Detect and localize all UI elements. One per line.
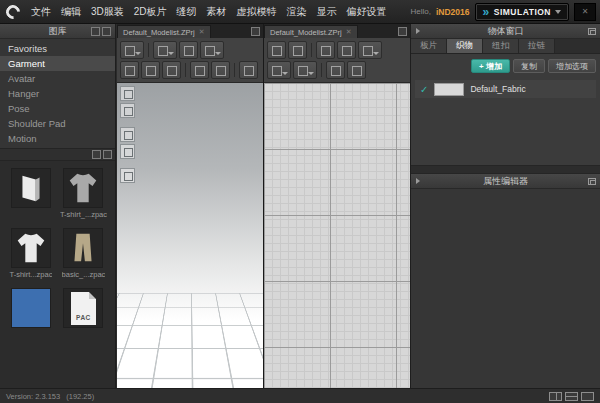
viewport-toggle-button[interactable] (120, 127, 135, 142)
toolbar-button[interactable] (239, 61, 258, 79)
sidebar-item-motion[interactable]: Motion (0, 131, 115, 146)
viewport-2d-canvas[interactable] (264, 83, 410, 388)
property-editor-body (411, 189, 600, 388)
list-item[interactable] (8, 288, 54, 339)
simulation-button[interactable]: » SIMULATION (475, 3, 569, 21)
sidebar-item-favorites[interactable]: Favorites (0, 41, 115, 56)
tab-pattern[interactable]: 板片 (411, 39, 447, 53)
pac-file-icon: PAC (63, 288, 103, 328)
tab-project-3d[interactable]: Default_Modelist.ZPrj ✕ (117, 25, 211, 38)
tab-button[interactable]: 纽扣 (483, 39, 519, 53)
ground-grid (117, 293, 263, 388)
list-item[interactable]: T-shirt...zpac (8, 228, 54, 279)
toolbar-button[interactable] (141, 61, 160, 79)
layout-stack-icon[interactable] (565, 392, 578, 401)
collapse-arrow-icon (416, 178, 420, 184)
toolbar-button[interactable] (162, 61, 181, 79)
list-view-icon[interactable] (103, 150, 112, 159)
viewport-toggle-button[interactable] (120, 86, 135, 101)
menu-2d-pattern[interactable]: 2D板片 (129, 0, 172, 24)
thumbnail-label: T-shirt...zpac (9, 270, 52, 279)
pac-file-badge: PAC (76, 314, 91, 321)
library-edit-icon[interactable] (91, 27, 100, 36)
popout-icon[interactable] (251, 27, 260, 36)
list-item[interactable] (8, 168, 54, 219)
tab-label: Default_Modelist.ZPrj (123, 28, 195, 37)
copy-fabric-button[interactable]: 复制 (513, 59, 545, 73)
viewport-toggle-button[interactable] (120, 144, 135, 159)
menu-render[interactable]: 渲染 (282, 0, 312, 24)
tab-fabric[interactable]: 织物 (447, 39, 483, 53)
close-icon[interactable]: ✕ (199, 28, 205, 36)
table-row[interactable]: ✓ Default_Fabric (415, 80, 596, 98)
toolbar-button[interactable] (120, 41, 144, 59)
menu-file[interactable]: 文件 (26, 0, 56, 24)
library-thumbnail-grid: T-shirt_...zpac T-shirt...zpac basic_...… (0, 161, 115, 388)
toolbar-button[interactable] (358, 41, 382, 59)
library-panel: 图库 Favorites Garment Avatar Hanger Pose … (0, 24, 116, 388)
menu-material[interactable]: 素材 (202, 0, 232, 24)
viewport-3d-toolbar (117, 38, 263, 83)
toolbar-button[interactable] (200, 41, 224, 59)
menu-sewing[interactable]: 缝纫 (172, 0, 202, 24)
toolbar-button[interactable] (153, 41, 177, 59)
toolbar-button[interactable] (326, 61, 345, 79)
toolbar-button[interactable] (120, 61, 139, 79)
close-icon[interactable]: ✕ (346, 28, 352, 36)
status-bar: Version: 2.3.153 (192.25) (0, 388, 600, 403)
viewport-toggle-button[interactable] (120, 103, 135, 118)
property-editor-header[interactable]: 属性编辑器 (411, 174, 600, 189)
fabric-swatch-thumbnail (11, 288, 51, 328)
app-logo-icon (3, 2, 23, 22)
popout-icon[interactable] (588, 28, 596, 35)
layout-split-icon[interactable] (549, 392, 562, 401)
menu-avatar[interactable]: 虚拟模特 (232, 0, 282, 24)
toolbar-button[interactable] (337, 41, 356, 59)
object-window-header[interactable]: 物体窗口 (411, 24, 600, 39)
sidebar-item-shoulder-pad[interactable]: Shoulder Pad (0, 116, 115, 131)
menu-3d-garment[interactable]: 3D服装 (86, 0, 129, 24)
toolbar-button[interactable] (293, 61, 317, 79)
sidebar-item-pose[interactable]: Pose (0, 101, 115, 116)
viewport-2d-panel: Default_Modelist.ZPrj ✕ (264, 24, 410, 388)
menu-preferences[interactable]: 偏好设置 (342, 0, 392, 24)
add-fabric-button[interactable]: + 增加 (471, 59, 510, 73)
grid-view-icon[interactable] (92, 150, 101, 159)
toolbar-button[interactable] (179, 41, 198, 59)
list-item[interactable]: basic_...zpac (60, 228, 107, 279)
list-item[interactable]: T-shirt_...zpac (60, 168, 107, 219)
title-bar: 文件 编辑 3D服装 2D板片 缝纫 素材 虚拟模特 渲染 显示 偏好设置 He… (0, 0, 600, 24)
toolbar-button[interactable] (267, 61, 291, 79)
sidebar-item-avatar[interactable]: Avatar (0, 71, 115, 86)
tab-project-2d[interactable]: Default_Modelist.ZPrj ✕ (264, 25, 358, 38)
viewport-toggle-button[interactable] (120, 168, 135, 183)
tab-zipper[interactable]: 拉链 (519, 39, 555, 53)
layout-toggle-group (549, 392, 594, 401)
menu-display[interactable]: 显示 (312, 0, 342, 24)
sidebar-item-garment[interactable]: Garment (0, 56, 115, 71)
library-search-icon[interactable] (102, 27, 111, 36)
add-options-button[interactable]: 增加选项 (548, 59, 596, 73)
layout-single-icon[interactable] (581, 392, 594, 401)
toolbar-button[interactable] (288, 41, 307, 59)
toolbar-button[interactable] (190, 61, 209, 79)
list-item[interactable]: PAC (60, 288, 107, 339)
viewport-3d-canvas[interactable] (117, 83, 263, 388)
close-icon: ✕ (582, 7, 589, 16)
menu-edit[interactable]: 编辑 (56, 0, 86, 24)
fabric-list-empty-area (411, 103, 600, 165)
viewport-area: Default_Modelist.ZPrj ✕ (117, 24, 410, 388)
window-close-button[interactable]: ✕ (574, 3, 596, 21)
popout-icon[interactable] (398, 27, 407, 36)
viewport-3d-side-toolbar (120, 86, 135, 183)
toolbar-button[interactable] (211, 61, 230, 79)
object-window-tabs: 板片 织物 纽扣 拉链 (411, 39, 600, 54)
tab-label: Default_Modelist.ZPrj (270, 28, 342, 37)
popout-icon[interactable] (588, 178, 596, 185)
toolbar-button[interactable] (347, 61, 366, 79)
sidebar-item-hanger[interactable]: Hanger (0, 86, 115, 101)
viewport-2d-tabbar: Default_Modelist.ZPrj ✕ (264, 24, 410, 38)
viewport-3d-tabbar: Default_Modelist.ZPrj ✕ (117, 24, 263, 38)
toolbar-button[interactable] (267, 41, 286, 59)
toolbar-button[interactable] (316, 41, 335, 59)
